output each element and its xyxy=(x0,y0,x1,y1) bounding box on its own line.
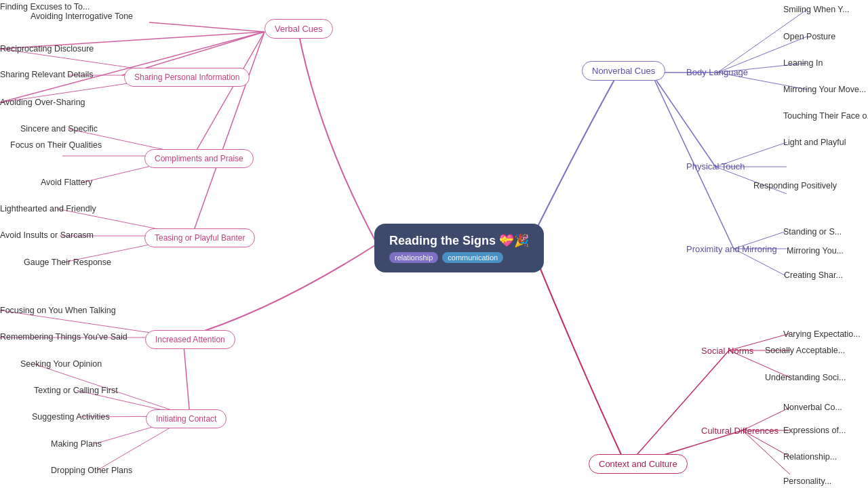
node-cultural-differences: Cultural Differences xyxy=(701,424,778,436)
node-responding-positively: Responding Positively xyxy=(753,179,837,191)
node-sharing-personal[interactable]: Sharing Personal Information xyxy=(124,68,250,87)
node-standing-close: Standing or S... xyxy=(783,225,842,237)
node-compliments-praise[interactable]: Compliments and Praise xyxy=(144,149,254,168)
node-texting-calling: Texting or Calling First xyxy=(34,384,118,396)
node-avoid-insults: Avoid Insults or Sarcasm xyxy=(0,228,94,241)
node-finding-excuses: Finding Excuses to To... xyxy=(0,0,90,12)
node-light-playful: Light and Playful xyxy=(783,136,846,148)
node-touching-face: Touching Their Face o... xyxy=(783,109,868,121)
node-understanding-social: Understanding Soci... xyxy=(765,371,846,383)
node-avoiding-over: Avoiding Over-Sharing xyxy=(0,96,85,108)
node-social-norms: Social Norms xyxy=(701,344,753,357)
node-seeking-opinion: Seeking Your Opinion xyxy=(20,357,102,369)
central-node[interactable]: Reading the Signs 💝🎉 relationship commun… xyxy=(374,224,544,272)
node-teasing-banter[interactable]: Teasing or Playful Banter xyxy=(144,228,255,247)
svg-line-28 xyxy=(651,73,715,167)
node-increased-attention[interactable]: Increased Attention xyxy=(145,330,235,349)
node-socially-acceptable: Socially Acceptable... xyxy=(765,344,845,356)
node-nonverbal-cues[interactable]: Nonverbal Cues xyxy=(582,61,665,81)
node-creating-shared: Creating Shar... xyxy=(784,268,843,281)
svg-line-0 xyxy=(149,22,264,32)
node-nonverbal-co: Nonverbal Co... xyxy=(783,401,842,413)
node-suggesting-activities: Suggesting Activities xyxy=(32,410,110,422)
node-reciprocating-disclosure: Reciprocating Disclosure xyxy=(0,42,94,54)
node-personality: Personality... xyxy=(783,474,831,487)
node-initiating-contact[interactable]: Initiating Contact xyxy=(146,409,226,428)
node-sharing-relevant: Sharing Relevant Details xyxy=(0,68,94,80)
node-mirroring-you: Mirroring You... xyxy=(787,244,844,256)
node-varying-expectations: Varying Expectatio... xyxy=(783,327,861,340)
svg-line-17 xyxy=(183,338,190,416)
node-lighthearted: Lighthearted and Friendly xyxy=(0,202,96,214)
node-leaning-in: Leaning In xyxy=(783,56,823,68)
node-gauge-response: Gauge Their Response xyxy=(24,256,111,268)
node-open-posture: Open Posture xyxy=(783,30,835,42)
node-making-plans: Making Plans xyxy=(51,437,102,449)
svg-line-7 xyxy=(193,32,264,156)
node-relationship-style: Relationship... xyxy=(783,450,837,462)
node-mirroring-movements: Mirroring Your Move... xyxy=(783,83,866,95)
node-expressions-of: Expressions of... xyxy=(783,424,846,436)
central-title: Reading the Signs 💝🎉 xyxy=(389,233,529,248)
tag-relationship[interactable]: relationship xyxy=(389,252,438,263)
svg-line-36 xyxy=(627,350,729,466)
node-focus-qualities: Focus on Their Qualities xyxy=(10,138,102,150)
node-remembering-things: Remembering Things You've Said xyxy=(0,330,127,342)
node-avoid-flattery: Avoid Flattery xyxy=(41,176,92,188)
node-body-language: Body Language xyxy=(686,66,748,78)
node-sincere-specific: Sincere and Specific xyxy=(20,122,98,134)
node-focusing-you: Focusing on You When Talking xyxy=(0,304,116,316)
tag-communication[interactable]: communication xyxy=(442,252,503,263)
svg-line-11 xyxy=(192,32,264,236)
node-proximity-mirroring: Proximity and Mirroring xyxy=(686,243,777,255)
node-context-culture[interactable]: Context and Culture xyxy=(589,454,688,474)
node-dropping-plans: Dropping Other Plans xyxy=(51,464,132,476)
node-verbal-cues[interactable]: Verbal Cues xyxy=(264,19,333,39)
node-physical-touch: Physical Touch xyxy=(686,160,745,172)
node-smiling: Smiling When Y... xyxy=(783,3,850,15)
